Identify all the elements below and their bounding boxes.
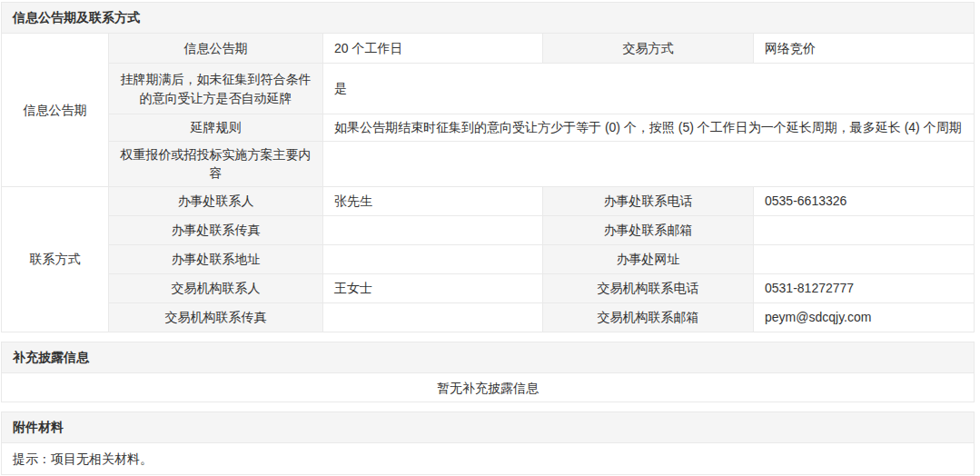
section-title-announcement: 信息公告期及联系方式 [1,2,975,33]
row-label: 办事处联系传真 [109,215,323,244]
row-label: 办事处联系邮箱 [543,215,754,244]
row-value: 0535-6613326 [754,186,975,215]
group-cell-announcement-period: 信息公告期 [2,34,109,187]
section-title-supplement: 补充披露信息 [1,342,975,372]
table-row: 交易机构联系传真 交易机构联系邮箱 peym@sdcqjy.com [2,302,975,332]
row-label: 交易方式 [543,34,754,64]
row-value [754,244,975,273]
table-row: 延牌规则 如果公告期结束时征集到的意向受让方少于等于 (0) 个，按照 (5) … [2,114,975,142]
row-value: 张先生 [323,186,543,215]
row-label: 交易机构联系邮箱 [543,302,754,332]
section-announcement-contact: 信息公告期及联系方式 信息公告期 信息公告期 20 个工作日 交易方式 网络竞价… [1,2,975,332]
row-value [323,302,543,332]
table-row: 办事处联系地址 办事处网址 [2,244,975,273]
section-supplementary-disclosure: 补充披露信息 暂无补充披露信息 [1,342,975,402]
row-label: 办事处联系电话 [543,186,754,215]
row-value [754,215,975,244]
row-value: 王女士 [323,273,543,302]
row-label: 信息公告期 [109,34,323,64]
row-value: 是 [323,64,975,114]
row-value: peym@sdcqjy.com [754,302,975,332]
table-row: 挂牌期满后，如未征集到符合条件的意向受让方是否自动延牌 是 [2,64,975,114]
table-row: 信息公告期 信息公告期 20 个工作日 交易方式 网络竞价 [2,34,975,64]
row-label: 交易机构联系传真 [109,302,323,332]
row-value [323,142,975,187]
table-row: 交易机构联系人 王女士 交易机构联系电话 0531-81272777 [2,273,975,302]
section-attachment-materials: 附件材料 提示：项目无相关材料。 [1,412,975,475]
table-row: 办事处联系传真 办事处联系邮箱 [2,215,975,244]
row-value: 如果公告期结束时征集到的意向受让方少于等于 (0) 个，按照 (5) 个工作日为… [323,114,975,142]
row-label: 权重报价或招投标实施方案主要内容 [109,142,323,187]
row-value: 网络竞价 [754,34,975,64]
row-label: 交易机构联系电话 [543,273,754,302]
row-value [323,244,543,273]
row-label: 办事处网址 [543,244,754,273]
attachments-hint-message: 提示：项目无相关材料。 [1,442,975,475]
row-label: 交易机构联系人 [109,273,323,302]
row-label: 挂牌期满后，如未征集到符合条件的意向受让方是否自动延牌 [109,64,323,114]
row-label: 办事处联系人 [109,186,323,215]
supplement-empty-message: 暂无补充披露信息 [1,372,975,402]
group-cell-contact-info: 联系方式 [2,186,109,332]
row-value: 20 个工作日 [323,34,543,64]
table-row: 权重报价或招投标实施方案主要内容 [2,142,975,187]
row-label: 延牌规则 [109,114,323,142]
page-content: 信息公告期及联系方式 信息公告期 信息公告期 20 个工作日 交易方式 网络竞价… [1,2,975,475]
row-label: 办事处联系地址 [109,244,323,273]
announcement-contact-table: 信息公告期 信息公告期 20 个工作日 交易方式 网络竞价 挂牌期满后，如未征集… [1,33,975,332]
row-value [323,215,543,244]
section-title-attachments: 附件材料 [1,412,975,442]
table-row: 联系方式 办事处联系人 张先生 办事处联系电话 0535-6613326 [2,186,975,215]
row-value: 0531-81272777 [754,273,975,302]
